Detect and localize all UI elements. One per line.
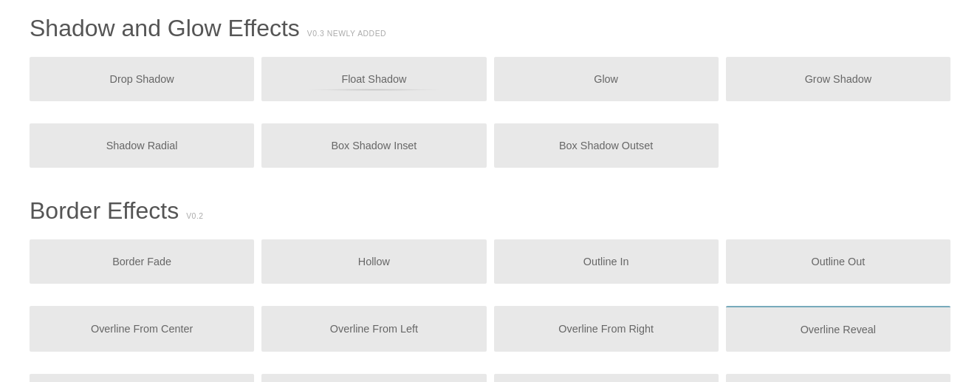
- reveal-button[interactable]: Reveal: [30, 374, 254, 382]
- shadow-section-title: Shadow and Glow Effects v0.3 NEWLY ADDED: [30, 15, 950, 42]
- outline-out-button[interactable]: Outline Out: [726, 239, 950, 284]
- border-row-2: Overline From Center Overline From Left …: [30, 306, 950, 352]
- overline-from-center-button[interactable]: Overline From Center: [30, 306, 254, 352]
- shadow-glow-section: Shadow and Glow Effects v0.3 NEWLY ADDED…: [30, 15, 950, 168]
- border-row-3: Reveal Ripple In Ripple Out Round Corner…: [30, 374, 950, 382]
- border-row-1: Border Fade Hollow Outline In Outline Ou…: [30, 239, 950, 284]
- box-shadow-outset-button[interactable]: Box Shadow Outset: [494, 123, 719, 168]
- hollow-button[interactable]: Hollow: [261, 239, 486, 284]
- overline-reveal-button[interactable]: Overline Reveal: [726, 306, 950, 352]
- border-section-badge: v0.2: [186, 212, 203, 220]
- box-shadow-inset-button[interactable]: Box Shadow Inset: [261, 123, 486, 168]
- border-fade-button[interactable]: Border Fade: [30, 239, 254, 284]
- ripple-out-button[interactable]: Ripple Out: [494, 374, 719, 382]
- shadow-section-badge: v0.3 NEWLY ADDED: [307, 30, 386, 38]
- shadow-row-1: Drop Shadow Float Shadow Glow Grow Shado…: [30, 57, 950, 101]
- shadow-title-text: Shadow and Glow Effects: [30, 15, 300, 42]
- overline-from-right-button[interactable]: Overline From Right: [494, 306, 719, 352]
- drop-shadow-button[interactable]: Drop Shadow: [30, 57, 254, 101]
- border-title-text: Border Effects: [30, 197, 179, 225]
- overline-from-left-button[interactable]: Overline From Left: [261, 306, 486, 352]
- shadow-row-2: Shadow Radial Box Shadow Inset Box Shado…: [30, 123, 950, 168]
- glow-button[interactable]: Glow: [494, 57, 719, 101]
- outline-in-button[interactable]: Outline In: [494, 239, 719, 284]
- empty-cell: [726, 123, 950, 168]
- shadow-radial-button[interactable]: Shadow Radial: [30, 123, 254, 168]
- border-effects-section: Border Effects v0.2 Border Fade Hollow O…: [30, 197, 950, 382]
- ripple-in-button[interactable]: Ripple In: [261, 374, 486, 382]
- float-shadow-button[interactable]: Float Shadow: [261, 57, 486, 101]
- border-section-title: Border Effects v0.2: [30, 197, 950, 225]
- round-corners-button[interactable]: Round Corners: [726, 374, 950, 382]
- grow-shadow-button[interactable]: Grow Shadow: [726, 57, 950, 101]
